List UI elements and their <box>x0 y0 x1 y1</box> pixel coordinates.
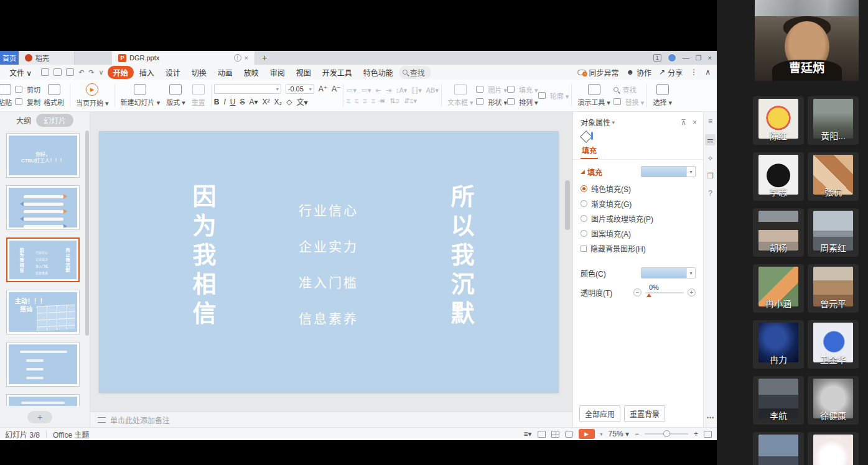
menu-tab-features[interactable]: 特色功能 <box>358 66 399 79</box>
participant-tile[interactable]: 徐健康 <box>808 376 859 425</box>
section-collapse-icon[interactable]: ◢ <box>581 168 585 175</box>
participant-tile[interactable]: 汪兴三 <box>753 432 804 465</box>
option-picture-fill[interactable]: 图片或纹理填充(P) <box>581 213 696 224</box>
close-button[interactable]: × <box>708 54 712 62</box>
share-button[interactable]: ↗分享 <box>659 67 683 78</box>
decrease-indent-icon[interactable]: ⇤ <box>375 86 381 94</box>
menu-tab-review[interactable]: 审阅 <box>264 66 291 79</box>
layout-button[interactable]: 版式 ▾ <box>163 82 189 109</box>
sync-status-button[interactable]: 同步异常 <box>577 67 618 78</box>
replace-button[interactable]: 替换 ▾ <box>614 97 645 107</box>
slider-marker[interactable] <box>646 293 651 297</box>
participant-tile[interactable]: 黄阳... <box>808 96 859 145</box>
arrange-button[interactable]: 排列 ▾ <box>519 97 538 107</box>
participant-tile[interactable]: 周素红 <box>808 208 859 257</box>
menu-tab-view[interactable]: 视图 <box>291 66 317 79</box>
strip-pages-icon[interactable]: ❐ <box>707 172 714 180</box>
fit-slide-icon[interactable] <box>704 431 712 438</box>
strip-more-icon[interactable]: ••• <box>704 415 717 421</box>
participant-tile[interactable]: 冉小涵 <box>753 264 804 313</box>
cut-button[interactable]: 剪切 <box>15 85 40 94</box>
tab-outline[interactable]: 大纲 <box>16 115 31 126</box>
customize-toolbar-icon[interactable]: ∨ <box>99 68 104 76</box>
tab-slides[interactable]: 幻灯片 <box>36 114 73 127</box>
decrease-font-button[interactable]: A⁻ <box>332 85 340 93</box>
slide-editing-area[interactable]: 因为我相信 行业信心 企业实力 准入门槛 信息素养 所以我沉默 <box>100 132 558 392</box>
line-spacing-icon[interactable]: ⇅≡ <box>390 97 399 105</box>
slide-item-4[interactable]: 信息素养 <box>266 308 391 327</box>
format-painter-button[interactable]: 格式刷 <box>40 82 67 109</box>
find-command[interactable]: 查找 <box>399 66 431 79</box>
slide-sorter-icon[interactable] <box>551 431 559 438</box>
option-solid-fill[interactable]: 纯色填充(S) <box>581 183 696 194</box>
slide-thumbnail-3-selected[interactable]: 因为我相信 行业信心 企业实力 准入门槛 信息素养 所以我沉默 <box>6 237 80 282</box>
participant-tile[interactable]: 胡杨 <box>753 208 804 257</box>
select-button[interactable]: 选择 ▾ <box>650 82 675 109</box>
participant-tile[interactable]: 卫金华 <box>808 320 859 369</box>
save-icon[interactable] <box>41 68 49 76</box>
fill-color-dropdown[interactable]: ▾ <box>641 166 696 177</box>
increase-font-button[interactable]: A⁺ <box>319 85 327 93</box>
justify-icon[interactable]: ≡ <box>371 97 375 104</box>
collapse-ribbon-icon[interactable]: ∧ <box>705 68 711 76</box>
play-options-icon[interactable]: ▾ <box>600 431 603 437</box>
undo-icon[interactable]: ↶ <box>78 68 84 76</box>
participant-tile[interactable]: 张杭 <box>808 152 859 201</box>
panel-close-icon[interactable]: × <box>693 118 697 127</box>
tab-document[interactable]: P DGR.pptx ! × <box>112 51 255 65</box>
bullets-icon[interactable]: ≔▾ <box>346 86 357 94</box>
distribute-icon[interactable]: ≣ <box>380 97 385 105</box>
reset-background-button[interactable]: 重置背景 <box>624 405 665 422</box>
participant-tile[interactable]: 李航 <box>753 376 804 425</box>
slide-item-2[interactable]: 企业实力 <box>266 236 391 255</box>
option-gradient-fill[interactable]: 渐变填充(G) <box>581 198 696 209</box>
textbox-button[interactable]: 文本框 ▾ <box>444 82 477 109</box>
participant-tile[interactable]: 冉力 <box>753 320 804 369</box>
transparency-minus-button[interactable]: − <box>633 288 642 297</box>
option-hide-background[interactable]: 隐藏背景图形(H) <box>581 243 696 254</box>
menu-tab-devtools[interactable]: 开发工具 <box>317 66 358 79</box>
menu-tab-insert[interactable]: 插入 <box>134 66 160 79</box>
slideshow-play-button[interactable]: ▶ <box>579 429 595 439</box>
pin-icon[interactable]: ⊼ <box>681 118 686 127</box>
font-name-combo[interactable]: ▾ <box>214 84 281 94</box>
slide-thumbnail-6[interactable] <box>6 394 80 406</box>
slide-item-3[interactable]: 准入门槛 <box>266 272 391 291</box>
fill-button[interactable]: 填充 ▾ <box>519 85 538 94</box>
subscript-button[interactable]: X₂ <box>274 98 282 106</box>
italic-button[interactable]: I <box>223 98 225 106</box>
transparency-plus-button[interactable]: + <box>688 288 696 297</box>
menu-tab-animation[interactable]: 动画 <box>212 66 238 79</box>
underline-button[interactable]: U <box>230 98 236 106</box>
ab-icon[interactable]: AB▾ <box>426 86 439 94</box>
bold-button[interactable]: B <box>214 98 220 106</box>
clear-format-icon[interactable]: ◇ <box>286 98 292 106</box>
strikethrough-button[interactable]: S <box>240 98 245 106</box>
font-color-button[interactable]: A▾ <box>249 98 258 106</box>
slide-right-vertical-text[interactable]: 所以我沉默 <box>444 184 478 330</box>
apply-all-button[interactable]: 全部应用 <box>579 405 620 422</box>
slide-thumbnail-1[interactable]: 你好， CTBU打工人！！！ <box>6 133 80 178</box>
para-spacing-icon[interactable]: ⇵≡▾ <box>404 97 417 105</box>
tab-docer[interactable]: 稻壳 <box>19 51 75 65</box>
align-center-icon[interactable]: ≡ <box>355 97 358 104</box>
add-slide-button[interactable]: + <box>27 411 52 423</box>
increase-indent-icon[interactable]: ⇥ <box>386 86 391 94</box>
more-menu-icon[interactable]: ⋮ <box>690 68 698 76</box>
preview-icon[interactable] <box>66 68 74 76</box>
columns-icon[interactable]: ⟦⟧▾ <box>411 86 421 94</box>
speaker-video[interactable]: 曹廷炳 <box>755 0 859 81</box>
minimize-button[interactable]: — <box>683 54 689 62</box>
tab-home[interactable]: 首页 <box>0 51 19 65</box>
zoom-slider-thumb[interactable] <box>663 430 670 437</box>
new-tab-button[interactable]: + <box>255 51 274 65</box>
shapes-button[interactable]: 形状 ▾ <box>488 97 507 107</box>
picture-button[interactable]: 图片 ▾ <box>488 85 507 94</box>
slide-left-vertical-text[interactable]: 因为我相信 <box>185 184 220 330</box>
menu-file[interactable]: 文件 ∨ <box>4 66 37 79</box>
participant-tile[interactable]: 方海雷 <box>808 432 859 465</box>
collaborate-button[interactable]: ☻协作 <box>626 67 651 78</box>
maximize-button[interactable]: ❐ <box>696 54 702 62</box>
thumbnail-scrollbar[interactable] <box>85 131 89 336</box>
account-avatar[interactable] <box>668 53 676 62</box>
